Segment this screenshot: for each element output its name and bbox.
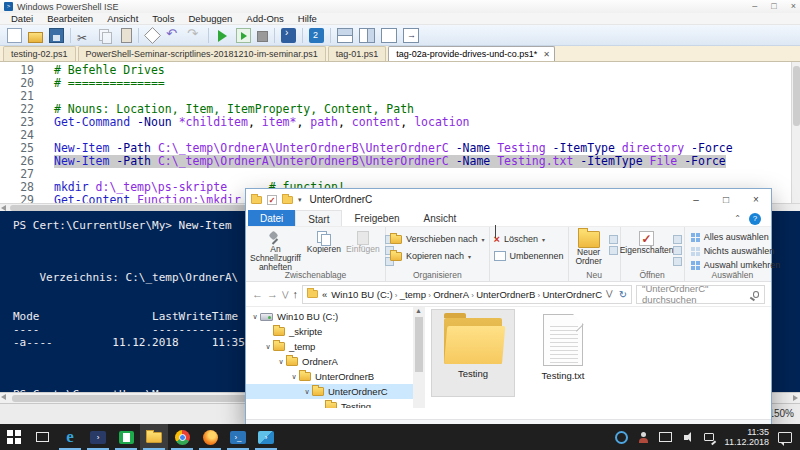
move-to-button[interactable]: Verschieben nach▾ — [390, 234, 485, 244]
menu-datei[interactable]: Datei — [4, 13, 40, 24]
breadcrumb-item[interactable]: UnterOrdnerB — [476, 289, 535, 300]
cut-icon[interactable] — [77, 28, 92, 43]
task-view-taskbar-icon[interactable] — [28, 424, 56, 450]
chrome-taskbar-icon[interactable] — [168, 424, 196, 450]
history-icon[interactable] — [673, 257, 682, 266]
select-all-button[interactable]: Alles auswählen — [691, 232, 781, 242]
script-tab[interactable]: tag-02a-provide-drives-und-co.ps1*✕ — [388, 46, 555, 61]
crumb-prefix[interactable]: « — [322, 289, 327, 300]
redo-icon[interactable] — [187, 28, 202, 43]
properties-icon[interactable]: ✓ — [267, 195, 277, 205]
new-remote-powershell-tab-icon[interactable] — [281, 28, 296, 43]
close-icon[interactable]: ✕ — [543, 50, 550, 59]
ribbon-tab-freigeben[interactable]: Freigeben — [342, 210, 411, 226]
chevron-down-icon[interactable]: ∨ — [289, 373, 299, 381]
address-box[interactable]: « Win10 BU (C:) › _temp › OrdnerA › Unte… — [302, 285, 632, 304]
help-icon[interactable]: ? — [749, 213, 761, 225]
menu-debuggen[interactable]: Debuggen — [181, 13, 239, 24]
tree-item--temp[interactable]: ∨_temp — [246, 339, 413, 354]
script-tab[interactable]: testing-02.ps1 — [3, 46, 76, 61]
ribbon-tab-ansicht[interactable]: Ansicht — [412, 210, 469, 226]
folder-icon[interactable] — [251, 196, 262, 204]
menu-ansicht[interactable]: Ansicht — [100, 13, 145, 24]
breadcrumb-item[interactable]: OrdnerA — [433, 289, 469, 300]
tree-item--skripte[interactable]: _skripte — [246, 324, 413, 339]
minimize-icon[interactable]: – — [752, 1, 757, 11]
tree-scrollbar[interactable]: ▲ — [413, 307, 425, 408]
breadcrumb-item[interactable]: Win10 BU (C:) — [331, 289, 392, 300]
close-icon[interactable]: × — [741, 189, 771, 210]
tree-item-unterordnerb[interactable]: ∨UnterOrdnerB — [246, 369, 413, 384]
powershell-taskbar-icon[interactable]: ›_ — [224, 424, 252, 450]
network-icon[interactable] — [703, 431, 716, 444]
copy-button[interactable]: Kopieren — [307, 231, 341, 272]
stop-icon[interactable] — [257, 31, 268, 42]
delete-button[interactable]: ×Löschen▾ — [494, 234, 564, 244]
people-icon[interactable] — [637, 431, 650, 444]
breadcrumb-item[interactable]: UnterOrdnerC — [542, 289, 602, 300]
menu-bearbeiten[interactable]: Bearbeiten — [40, 13, 100, 24]
paste-button[interactable]: Einfügen — [347, 231, 379, 272]
chevron-down-icon[interactable]: ∨ — [276, 358, 286, 366]
script-editor[interactable]: 192021222324252627282930 # Befehle Drive… — [0, 62, 800, 203]
recent-locations-icon[interactable]: ⋁ — [282, 290, 289, 299]
start-taskbar-icon[interactable] — [0, 424, 28, 450]
easy-access-icon[interactable] — [609, 235, 618, 244]
update-icon[interactable] — [615, 431, 628, 444]
run-selection-icon[interactable] — [236, 28, 251, 43]
pin-to-quick-access-button[interactable]: An Schnellzugriff anheften — [250, 231, 301, 272]
action-center-icon[interactable] — [778, 432, 792, 443]
zoom-level[interactable]: 150% — [768, 408, 794, 419]
rename-button[interactable]: Umbenennen — [494, 251, 564, 261]
refresh-icon[interactable]: ↻ — [619, 289, 627, 300]
firefox-taskbar-icon[interactable] — [196, 424, 224, 450]
powershell-ise-taskbar-icon[interactable]: › — [252, 424, 280, 450]
open-icon[interactable] — [673, 235, 682, 244]
edit-icon[interactable] — [673, 246, 682, 255]
restore-icon[interactable]: □ — [771, 1, 776, 11]
open-script-icon[interactable] — [28, 32, 43, 43]
tree-item-testing[interactable]: Testing — [246, 399, 413, 408]
breadcrumb-item[interactable]: _temp — [400, 289, 426, 300]
layout-script-top-icon[interactable] — [337, 28, 353, 43]
minimize-icon[interactable]: – — [681, 189, 711, 210]
layout-script-max-icon[interactable] — [381, 28, 397, 43]
close-icon[interactable]: × — [791, 1, 796, 11]
menu-add-ons[interactable]: Add-Ons — [239, 13, 291, 24]
save-icon[interactable] — [49, 28, 64, 43]
volume-icon[interactable] — [681, 431, 694, 444]
run-script-icon[interactable] — [215, 28, 230, 43]
explorer-titlebar[interactable]: ✓ ▾ UnterOrdnerC – □ × — [246, 189, 771, 210]
script-code[interactable]: # Befehle Drives# ==============# Nouns:… — [54, 64, 733, 203]
chevron-down-icon[interactable]: ▾ — [298, 196, 302, 204]
file-tile-testing-txt[interactable]: Testing.txt — [521, 309, 605, 397]
forward-icon[interactable]: → — [267, 288, 278, 300]
search-input[interactable]: "UnterOrdnerC" durchsuchen — [636, 285, 765, 304]
chevron-down-icon[interactable]: ∨ — [302, 388, 312, 396]
search-icon[interactable] — [753, 291, 759, 298]
menu-tools[interactable]: Tools — [145, 13, 181, 24]
menu-hilfe[interactable]: Hilfe — [291, 13, 324, 24]
ribbon-tab-datei[interactable]: Datei — [248, 210, 295, 226]
script-tab[interactable]: tag-01.ps1 — [328, 46, 387, 61]
script-tab[interactable]: PowerShell-Seminar-scriptlines-20181210-… — [78, 46, 326, 61]
new-folder-icon[interactable] — [282, 196, 293, 204]
display-icon[interactable] — [659, 431, 672, 444]
new-item-icon[interactable] — [609, 246, 618, 255]
explorer-taskbar-icon[interactable] — [140, 424, 168, 450]
powershell-dark-taskbar-icon[interactable]: › — [84, 424, 112, 450]
layout-script-right-icon[interactable] — [359, 28, 375, 43]
undo-icon[interactable] — [166, 28, 181, 43]
start-powershell-icon[interactable] — [309, 28, 324, 43]
green-app-taskbar-icon[interactable] — [112, 424, 140, 450]
clear-console-icon[interactable] — [144, 27, 161, 44]
ribbon-tab-start[interactable]: Start — [295, 210, 342, 226]
select-none-button[interactable]: Nichts auswählen — [691, 246, 781, 256]
maximize-icon[interactable]: □ — [711, 189, 741, 210]
invert-selection-button[interactable]: Auswahl umkehren — [691, 260, 781, 270]
ise-titlebar[interactable]: > Windows PowerShell ISE – □ × — [0, 0, 800, 13]
show-script-pane-icon[interactable] — [403, 28, 419, 43]
editor-vertical-scrollbar[interactable] — [791, 62, 800, 203]
tree-item-unterordnerc[interactable]: ∨UnterOrdnerC — [246, 384, 413, 399]
up-icon[interactable]: ↑ — [293, 288, 299, 300]
